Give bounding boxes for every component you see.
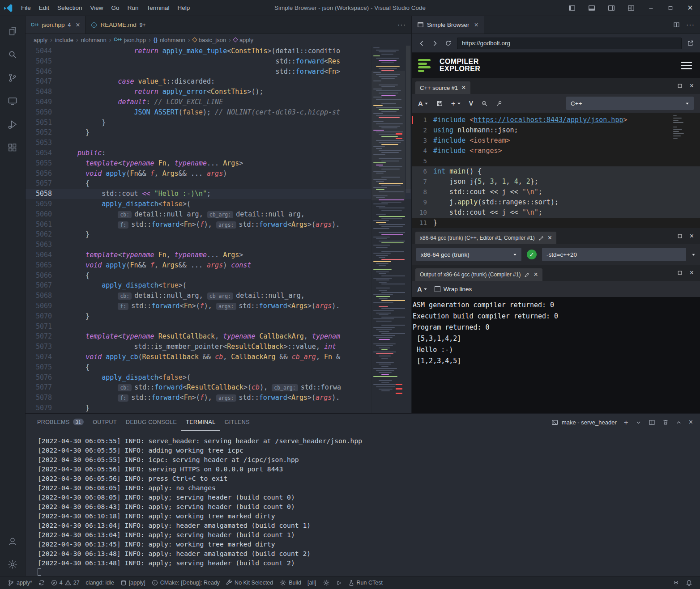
maximize-button[interactable] xyxy=(661,0,680,16)
editor-scrollbar[interactable] xyxy=(405,46,411,413)
tab-simple-browser[interactable]: Simple Browser × xyxy=(412,16,484,34)
activity-remote-explorer[interactable] xyxy=(0,89,26,113)
search-button[interactable] xyxy=(481,100,488,107)
ce-code-line[interactable]: 10 std::cout << j << "\n"; xyxy=(412,208,700,218)
ce-code-line[interactable]: 11} xyxy=(412,218,700,228)
tab-readme.md[interactable]: README.md9+ xyxy=(85,16,151,34)
code-line[interactable]: 5066 { xyxy=(26,271,411,281)
code-line[interactable]: 5055 template<typename Fn, typename... A… xyxy=(26,158,411,169)
wrap-lines-checkbox[interactable]: Wrap lines xyxy=(435,286,472,292)
rename-pane-icon[interactable] xyxy=(524,271,530,278)
close-icon[interactable]: × xyxy=(474,21,478,29)
close-window-button[interactable]: ✕ xyxy=(680,0,700,16)
pin-button[interactable] xyxy=(496,100,503,107)
panel-tab-gitlens[interactable]: GITLENS xyxy=(220,414,254,431)
breadcrumb-basic_json[interactable]: basic_json xyxy=(193,37,226,43)
panel-tab-problems[interactable]: PROBLEMS31 xyxy=(33,414,88,431)
more-actions-icon[interactable]: ··· xyxy=(397,21,406,29)
menu-terminal[interactable]: Terminal xyxy=(142,0,173,16)
ce-code-line[interactable]: 8 std::cout << j << "\n"; xyxy=(412,187,700,197)
font-size-button[interactable]: A xyxy=(418,100,428,107)
menu-go[interactable]: Go xyxy=(107,0,124,16)
rename-pane-icon[interactable] xyxy=(538,234,544,242)
tab-json.hpp[interactable]: C++json.hpp4× xyxy=(26,16,85,34)
code-line[interactable]: 5056 void apply(Fn&& f, Args&& ... args) xyxy=(26,169,411,179)
maximize-panel-icon[interactable] xyxy=(676,420,682,425)
code-line[interactable]: 5068 cb:detail::null_arg, cb_arg:detail:… xyxy=(26,291,411,301)
menu-help[interactable]: Help xyxy=(173,0,194,16)
layout-panel-left-button[interactable] xyxy=(562,0,582,16)
minimap[interactable] xyxy=(371,46,405,413)
code-line[interactable]: 5051 } xyxy=(26,118,411,128)
close-pane-icon[interactable]: × xyxy=(690,82,694,89)
cmake-kit[interactable]: No Kit Selected xyxy=(223,576,276,589)
clangd-status[interactable]: clangd: idle xyxy=(83,576,117,589)
menu-selection[interactable]: Selection xyxy=(53,0,86,16)
code-line[interactable]: 5057 { xyxy=(26,178,411,189)
code-line[interactable]: 5045 std::forward<Res xyxy=(26,56,411,67)
activity-source-control[interactable] xyxy=(0,66,26,89)
minimap-slider[interactable] xyxy=(371,71,405,200)
panel-tab-terminal[interactable]: TERMINAL xyxy=(181,414,220,431)
code-line[interactable]: 5067 apply_dispatch<true>( xyxy=(26,280,411,291)
code-line[interactable]: 5060 cb:detail::null_arg, cb_arg:detail:… xyxy=(26,209,411,220)
close-pane-icon[interactable]: × xyxy=(548,234,552,242)
ce-code-line[interactable]: 6int main() { xyxy=(412,166,700,177)
code-line[interactable]: 5069 f:std::forward<Fn>(f), args:std::fo… xyxy=(26,301,411,311)
debug-target[interactable] xyxy=(320,576,333,589)
breadcrumb-nlohmann[interactable]: {}nlohmann xyxy=(154,37,185,43)
url-bar[interactable]: https://godbolt.org xyxy=(457,38,682,49)
active-project[interactable]: [apply] xyxy=(117,576,149,589)
panel-tab-debug-console[interactable]: DEBUG CONSOLE xyxy=(121,414,181,431)
add-pane-button[interactable]: + xyxy=(451,100,461,107)
code-line[interactable]: 5049 default: // LCOV_EXCL_LINE xyxy=(26,97,411,107)
compiler-select[interactable]: x86-64 gcc (trunk) xyxy=(416,248,521,261)
ce-code-line[interactable]: 1#include <https://localhost:8443/apply/… xyxy=(412,115,700,125)
problems[interactable]: 427 xyxy=(48,576,83,589)
split-editor-icon[interactable] xyxy=(673,21,680,28)
close-pane-icon[interactable]: × xyxy=(534,271,538,278)
compiler-options-input[interactable]: -std=c++20 xyxy=(542,248,686,261)
layout-customize-button[interactable] xyxy=(621,0,641,16)
ce-code-line[interactable]: 7 json j{5, 3, 1, 4, 2}; xyxy=(412,177,700,187)
ce-code-line[interactable]: 2using nlohmann::json; xyxy=(412,125,700,136)
code-line[interactable]: 5053 xyxy=(26,138,411,148)
close-pane-icon[interactable]: × xyxy=(690,233,694,240)
terminal-selector[interactable]: make - serve_header xyxy=(551,419,617,426)
save-button[interactable] xyxy=(436,100,443,107)
ce-code-line[interactable]: 4#include <ranges> xyxy=(412,146,700,156)
cmake-build[interactable]: Build xyxy=(276,576,304,589)
options-dropdown-icon[interactable] xyxy=(691,253,696,257)
breadcrumb-json.hpp[interactable]: C++json.hpp xyxy=(114,37,146,43)
open-external-icon[interactable] xyxy=(687,40,694,47)
git-branch[interactable]: apply* xyxy=(4,576,35,589)
language-select[interactable]: C++ xyxy=(566,97,694,110)
activity-search[interactable] xyxy=(0,43,26,66)
menu-run[interactable]: Run xyxy=(124,0,143,16)
code-line[interactable]: 5074 void apply_cb(ResultCallback && cb,… xyxy=(26,352,411,362)
launch[interactable] xyxy=(333,576,345,589)
layout-panel-bottom-button[interactable] xyxy=(582,0,602,16)
ce-code-line[interactable]: 9 j.apply(std::ranges::sort); xyxy=(412,197,700,208)
back-icon[interactable] xyxy=(418,40,425,47)
minimize-button[interactable] xyxy=(641,0,661,16)
ce-code-line[interactable]: 5 xyxy=(412,156,700,166)
close-icon[interactable]: × xyxy=(461,84,465,91)
menu-view[interactable]: View xyxy=(86,0,107,16)
terminal[interactable]: [2022-04-30 06:05:55] INFO: serve_header… xyxy=(26,431,700,576)
vim-mode-button[interactable]: V xyxy=(469,100,473,106)
menu-edit[interactable]: Edit xyxy=(35,0,53,16)
code-line[interactable]: 5044 return apply_make_tuple<ConstThis>(… xyxy=(26,46,411,56)
code-line[interactable]: 5076 apply_dispatch<false>( xyxy=(26,373,411,383)
cmake-status[interactable]: CMake: [Debug]: Ready xyxy=(149,576,223,589)
close-tab-icon[interactable]: × xyxy=(76,21,80,29)
code-line[interactable]: 5079 } xyxy=(26,403,411,413)
new-terminal-icon[interactable]: + xyxy=(624,419,628,426)
activity-accounts[interactable] xyxy=(0,530,26,553)
compiler-explorer-logo-icon[interactable] xyxy=(418,58,434,73)
maximize-pane-icon[interactable] xyxy=(677,83,683,89)
sync-changes[interactable] xyxy=(35,576,48,589)
code-line[interactable]: 5063 xyxy=(26,240,411,250)
split-terminal-icon[interactable] xyxy=(649,419,655,426)
remote-indicator[interactable] xyxy=(670,576,683,589)
